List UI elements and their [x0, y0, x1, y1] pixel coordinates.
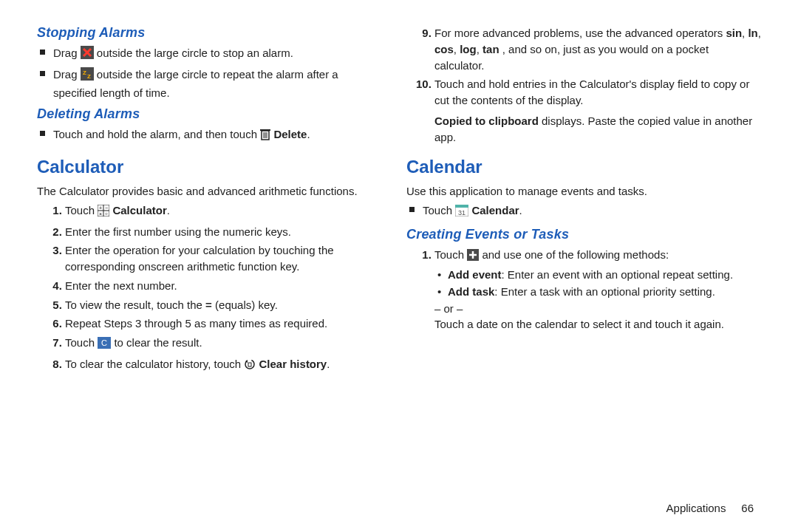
calculator-steps: Touch +−×÷ Calculator. Enter the first n…	[37, 202, 384, 375]
list-item: Add event: Enter an event with an option…	[437, 267, 761, 282]
list-item: Enter the first number using the numeric…	[65, 224, 384, 240]
snooze-icon: ZZ	[81, 67, 94, 85]
right-column: For more advanced problems, use the adva…	[399, 22, 761, 517]
list-item: Touch and hold the alarm, and then touch…	[53, 126, 384, 145]
trash-icon	[260, 129, 270, 145]
deleting-alarms-list: Touch and hold the alarm, and then touch…	[37, 126, 384, 145]
svg-text:Z: Z	[87, 73, 91, 80]
list-item: Enter the operation for your calculation…	[65, 242, 384, 275]
heading-creating-events: Creating Events or Tasks	[406, 227, 761, 242]
svg-rect-7	[260, 129, 270, 131]
heading-stopping-alarms: Stopping Alarms	[37, 25, 384, 41]
stopping-alarms-list: Drag outside the large circle to stop an…	[37, 45, 384, 100]
calendar-app-icon: 31	[455, 205, 468, 221]
list-item: Drag outside the large circle to stop an…	[53, 45, 384, 64]
list-item: Touch and hold entries in the Calculator…	[434, 76, 761, 109]
list-item: To clear the calculator history, touch C…	[65, 356, 384, 375]
calculator-app-icon: +−×÷	[98, 205, 109, 221]
left-column: Stopping Alarms Drag outside the large c…	[37, 22, 399, 517]
footer-section: Applications	[666, 502, 726, 514]
or-separator: – or –	[434, 301, 761, 317]
svg-text:31: 31	[458, 209, 466, 216]
clear-c-icon: C	[98, 337, 111, 353]
calendar-intro: Use this application to manage events an…	[406, 183, 761, 200]
footer-page-number: 66	[741, 502, 754, 514]
plus-icon	[467, 249, 479, 265]
heading-deleting-alarms: Deleting Alarms	[37, 106, 384, 122]
svg-rect-24	[455, 205, 468, 208]
svg-text:C: C	[101, 338, 107, 347]
list-item: Touch 31 Calendar.	[423, 202, 761, 221]
heading-calculator: Calculator	[37, 157, 384, 177]
list-item: Enter the next number.	[65, 278, 384, 294]
svg-rect-22	[248, 363, 251, 366]
svg-text:Z: Z	[83, 69, 86, 76]
list-item: Add task: Enter a task with an optional …	[437, 284, 761, 299]
calculator-steps-cont: For more advanced problems, use the adva…	[406, 25, 761, 109]
list-item: Touch +−×÷ Calculator.	[65, 202, 384, 221]
x-stop-icon	[81, 46, 94, 64]
calendar-open-list: Touch 31 Calendar.	[406, 202, 761, 221]
touch-date-note: Touch a date on the calendar to select i…	[434, 316, 761, 332]
svg-text:−: −	[105, 205, 108, 211]
svg-text:÷: ÷	[105, 211, 108, 216]
creating-steps: Touch and use one of the following metho…	[406, 247, 761, 332]
svg-text:×: ×	[99, 211, 102, 216]
list-item: Touch C to clear the result.	[65, 335, 384, 353]
clear-history-icon	[244, 358, 256, 375]
page: Stopping Alarms Drag outside the large c…	[0, 0, 798, 532]
list-item: For more advanced problems, use the adva…	[434, 25, 761, 73]
methods-sublist: Add event: Enter an event with an option…	[434, 267, 761, 299]
list-item: Repeat Steps 3 through 5 as many times a…	[65, 316, 384, 332]
list-item: To view the result, touch the = (equals)…	[65, 297, 384, 313]
list-item: Touch and use one of the following metho…	[434, 247, 761, 332]
svg-text:+: +	[99, 205, 102, 211]
heading-calendar: Calendar	[406, 157, 761, 177]
page-footer: Applications 66	[666, 502, 754, 514]
list-item: Drag ZZ outside the large circle to repe…	[53, 66, 384, 101]
copied-note: Copied to clipboard displays. Paste the …	[434, 113, 761, 146]
calculator-intro: The Calculator provides basic and advanc…	[37, 183, 384, 200]
